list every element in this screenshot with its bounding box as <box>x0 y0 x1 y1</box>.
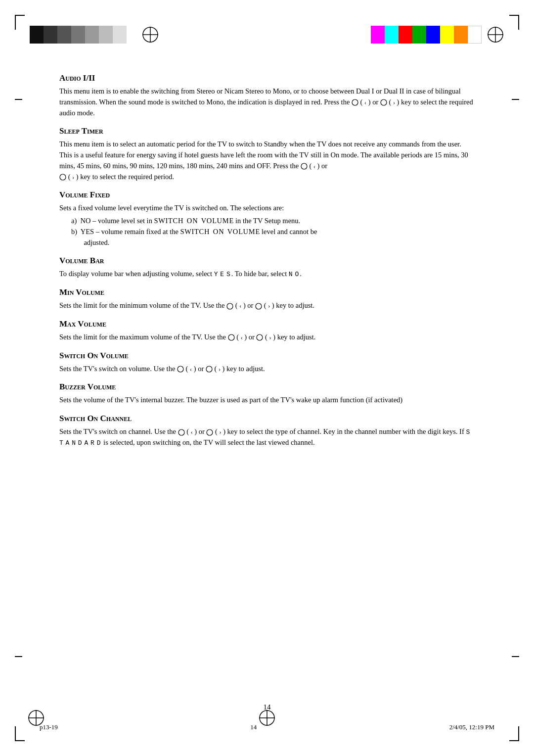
section-body-max-volume: Sets the limit for the maximum volume of… <box>59 332 475 343</box>
svg-point-8 <box>301 163 307 169</box>
footer-center-text: 14 <box>250 723 257 731</box>
section-title-max-volume: Max Volume <box>59 319 475 329</box>
section-title-audio: Audio I/II <box>59 73 475 83</box>
section-title-switch-on-channel: Switch On Channel <box>59 414 475 424</box>
strip-1 <box>30 26 44 44</box>
strip-r1 <box>371 26 385 44</box>
svg-point-6 <box>352 99 358 105</box>
side-mark-left-top <box>15 99 22 100</box>
svg-point-9 <box>60 174 66 180</box>
section-title-buzzer-volume: Buzzer Volume <box>59 382 475 392</box>
section-body-switch-on-volume: Sets the TV's switch on volume. Use the … <box>59 364 475 375</box>
strip-r3 <box>399 26 412 44</box>
section-body-volume-fixed: Sets a fixed volume level everytime the … <box>59 203 475 214</box>
volume-fixed-list-item-b: b) YES – volume remain fixed at the S W … <box>69 227 475 248</box>
svg-point-13 <box>257 334 263 340</box>
side-mark-right-top <box>512 99 519 100</box>
section-title-min-volume: Min Volume <box>59 287 475 297</box>
strip-7 <box>113 26 127 44</box>
footer-right-text: 2/4/05, 12:19 PM <box>449 723 494 731</box>
svg-point-17 <box>207 429 213 435</box>
side-mark-right-bottom <box>512 656 519 657</box>
section-body-switch-on-channel: Sets the TV's switch on channel. Use the… <box>59 426 475 448</box>
strip-r7 <box>454 26 468 44</box>
strip-r2 <box>385 26 399 44</box>
side-mark-left-bottom <box>15 656 22 657</box>
section-body-min-volume: Sets the limit for the minimum volume of… <box>59 300 475 311</box>
section-body-sleep-timer: This menu item is to select an automatic… <box>59 139 475 182</box>
strip-5 <box>85 26 99 44</box>
svg-point-10 <box>227 303 233 309</box>
svg-point-12 <box>228 334 234 340</box>
svg-point-15 <box>206 366 212 372</box>
crosshair-icon-left <box>141 26 159 44</box>
top-bar <box>0 20 534 49</box>
section-title-volume-bar: Volume Bar <box>59 256 475 266</box>
svg-point-7 <box>381 99 387 105</box>
right-color-strips <box>371 26 482 44</box>
strip-6 <box>99 26 113 44</box>
volume-fixed-list-item-a: a) NO – volume level set in S W I T C H … <box>69 216 475 227</box>
crosshair-icon-right <box>487 26 504 44</box>
footer: p13-19 14 2/4/05, 12:19 PM <box>0 723 534 731</box>
left-color-strips <box>30 26 127 44</box>
section-body-volume-bar: To display volume bar when adjusting vol… <box>59 269 475 280</box>
strip-2 <box>44 26 57 44</box>
strip-3 <box>57 26 71 44</box>
section-body-buzzer-volume: Sets the volume of the TV's internal buz… <box>59 395 475 406</box>
section-title-switch-on-volume: Switch On Volume <box>59 351 475 361</box>
main-content: Audio I/II This menu item is to enable t… <box>59 64 475 687</box>
section-title-volume-fixed: Volume Fixed <box>59 190 475 200</box>
strip-r6 <box>440 26 454 44</box>
strip-r4 <box>412 26 426 44</box>
strip-r8 <box>468 26 482 44</box>
svg-point-16 <box>178 429 184 435</box>
svg-point-11 <box>256 303 262 309</box>
section-title-sleep-timer: Sleep Timer <box>59 126 475 136</box>
svg-point-14 <box>178 366 183 372</box>
footer-left-text: p13-19 <box>40 723 58 731</box>
right-color-section <box>361 26 504 44</box>
page: Audio I/II This menu item is to enable t… <box>0 0 534 756</box>
strip-4 <box>71 26 85 44</box>
left-color-section <box>30 26 159 44</box>
section-body-audio: This menu item is to enable the switchin… <box>59 86 475 118</box>
strip-r5 <box>426 26 440 44</box>
